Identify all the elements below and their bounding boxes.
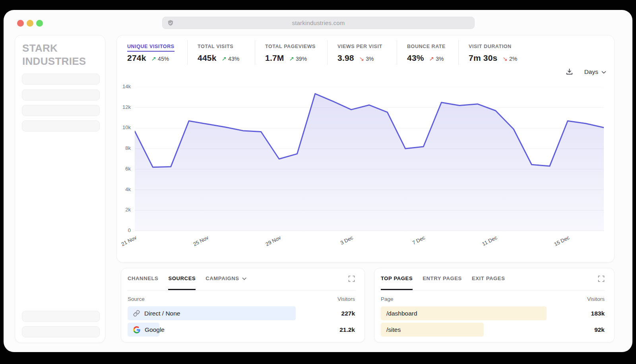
x-axis-tick: 21 Nov bbox=[120, 234, 138, 247]
page-label: /dashboard bbox=[386, 310, 417, 317]
y-axis-tick: 12k bbox=[114, 104, 131, 110]
minimize-button[interactable] bbox=[27, 20, 33, 27]
column-header-visitors: Visitors bbox=[587, 296, 605, 302]
pages-table: /dashboard 183k /sites 92k bbox=[381, 306, 605, 339]
y-axis-tick: 8k bbox=[114, 145, 131, 151]
y-axis-tick: 10k bbox=[114, 124, 131, 130]
metric-views-per-visit[interactable]: VIEWS PER VISIT 3.98 ↘ 3% bbox=[328, 40, 397, 65]
expand-button[interactable] bbox=[348, 275, 355, 282]
column-header-visitors: Visitors bbox=[337, 296, 355, 302]
sidebar-placeholder-item bbox=[22, 89, 100, 101]
chevron-down-icon bbox=[601, 71, 606, 74]
sidebar-placeholder-item bbox=[22, 120, 100, 132]
tab-entry-pages[interactable]: ENTRY PAGES bbox=[423, 275, 462, 290]
x-axis-tick: 15 Dec bbox=[553, 234, 571, 247]
pages-tabs: TOP PAGES ENTRY PAGES EXIT PAGES bbox=[381, 275, 605, 290]
link-icon bbox=[133, 310, 140, 317]
download-icon bbox=[566, 68, 573, 76]
expand-icon bbox=[348, 275, 355, 282]
expand-icon bbox=[598, 275, 605, 282]
area-chart bbox=[135, 87, 604, 231]
tab-channels[interactable]: CHANNELS bbox=[128, 275, 158, 290]
x-axis-tick: 3 Dec bbox=[339, 234, 354, 246]
visitors-chart: 14k12k10k8k6k4k2k0 21 Nov25 Nov29 Nov3 D… bbox=[135, 87, 604, 231]
page-value: 183k bbox=[591, 306, 605, 321]
source-value: 227k bbox=[341, 306, 355, 321]
metric-visit-duration[interactable]: VISIT DURATION 7m 30s ↘ 2% bbox=[459, 40, 542, 65]
google-logo bbox=[133, 326, 140, 333]
x-axis-tick: 29 Nov bbox=[264, 234, 282, 247]
url-bar[interactable]: starkindustries.com bbox=[162, 17, 475, 29]
interval-dropdown[interactable]: Days bbox=[584, 68, 606, 76]
trend-up-icon: ↗ bbox=[151, 55, 157, 62]
close-button[interactable] bbox=[17, 20, 24, 27]
x-axis-tick: 7 Dec bbox=[411, 234, 426, 246]
table-row[interactable]: Direct / None 227k bbox=[128, 306, 355, 321]
x-axis: 21 Nov25 Nov29 Nov3 Dec7 Dec11 Dec15 Dec bbox=[135, 231, 604, 252]
source-label: Google bbox=[145, 326, 165, 333]
x-axis-tick: 11 Dec bbox=[481, 234, 498, 247]
column-header-source: Source bbox=[128, 296, 145, 302]
source-value: 21.2k bbox=[339, 322, 355, 337]
zoom-button[interactable] bbox=[36, 20, 43, 27]
y-axis-tick: 0 bbox=[114, 227, 131, 233]
sources-tabs: CHANNELS SOURCES CAMPAIGNS bbox=[128, 275, 355, 290]
y-axis: 14k12k10k8k6k4k2k0 bbox=[114, 87, 131, 231]
table-row[interactable]: /sites 92k bbox=[381, 322, 605, 337]
page-label: /sites bbox=[386, 326, 401, 333]
brand-line-2: INDUSTRIES bbox=[22, 55, 105, 68]
sidebar-placeholder-item bbox=[22, 311, 100, 322]
browser-window: starkindustries.com STARK INDUSTRIES UNI… bbox=[4, 10, 632, 352]
metrics-row: UNIQUE VISITORS 274k ↗ 45% TOTAL VISITS … bbox=[117, 40, 542, 65]
trend-down-icon: ↘ bbox=[502, 55, 508, 62]
table-row[interactable]: /dashboard 183k bbox=[381, 306, 605, 321]
sidebar: STARK INDUSTRIES bbox=[15, 35, 105, 343]
page-value: 92k bbox=[594, 322, 605, 337]
interval-label: Days bbox=[584, 68, 598, 76]
trend-down-icon: ↘ bbox=[359, 55, 365, 62]
brand-logo: STARK INDUSTRIES bbox=[22, 42, 105, 68]
y-axis-tick: 6k bbox=[114, 166, 131, 172]
trend-up-icon: ↗ bbox=[222, 55, 227, 62]
y-axis-tick: 4k bbox=[114, 186, 131, 192]
y-axis-tick: 2k bbox=[114, 207, 131, 213]
tab-top-pages[interactable]: TOP PAGES bbox=[381, 275, 413, 290]
metric-total-visits[interactable]: TOTAL VISITS 445k ↗ 43% bbox=[188, 40, 255, 65]
y-axis-tick: 14k bbox=[114, 83, 131, 89]
metric-bounce-rate[interactable]: BOUNCE RATE 43% ↗ 3% bbox=[397, 40, 459, 65]
tab-campaigns[interactable]: CAMPAIGNS bbox=[206, 275, 246, 290]
chart-area-fill bbox=[135, 94, 604, 231]
expand-button[interactable] bbox=[598, 275, 605, 282]
x-axis-tick: 25 Nov bbox=[192, 234, 210, 247]
tab-exit-pages[interactable]: EXIT PAGES bbox=[472, 275, 505, 290]
sidebar-placeholder-item bbox=[22, 105, 100, 116]
trend-up-icon: ↗ bbox=[429, 55, 434, 62]
metric-unique-visitors[interactable]: UNIQUE VISITORS 274k ↗ 45% bbox=[117, 40, 188, 65]
analytics-card: UNIQUE VISITORS 274k ↗ 45% TOTAL VISITS … bbox=[116, 35, 615, 263]
download-button[interactable] bbox=[566, 68, 573, 76]
sidebar-placeholder-item bbox=[22, 74, 100, 85]
tab-sources[interactable]: SOURCES bbox=[168, 275, 196, 290]
column-header-page: Page bbox=[381, 296, 394, 302]
chevron-down-icon bbox=[242, 277, 246, 280]
trend-up-icon: ↗ bbox=[289, 55, 295, 62]
brand-line-1: STARK bbox=[22, 42, 105, 55]
table-row[interactable]: Google 21.2k bbox=[128, 322, 355, 337]
pages-panel: TOP PAGES ENTRY PAGES EXIT PAGES Page Vi… bbox=[374, 268, 615, 343]
source-label: Direct / None bbox=[144, 310, 180, 317]
sources-panel: CHANNELS SOURCES CAMPAIGNS Source Visito… bbox=[121, 268, 365, 343]
sources-table: Direct / None 227k Google 21.2k bbox=[128, 306, 355, 339]
sidebar-placeholder-item bbox=[22, 326, 100, 337]
window-controls bbox=[17, 20, 43, 27]
shield-icon bbox=[167, 19, 174, 29]
metric-total-pageviews[interactable]: TOTAL PAGEVIEWS 1.7M ↗ 39% bbox=[255, 40, 328, 65]
url-text: starkindustries.com bbox=[292, 19, 345, 26]
